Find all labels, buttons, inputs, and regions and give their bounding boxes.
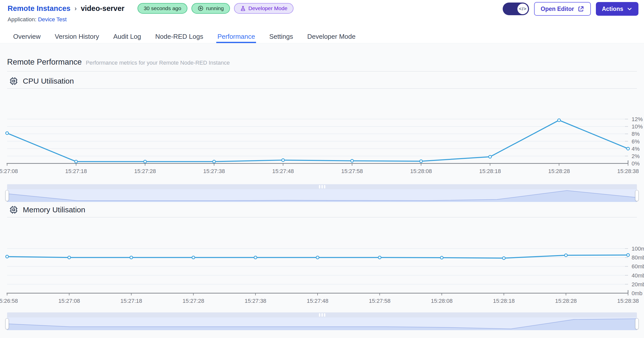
status-badges: 30 seconds ago running Developer Mode (138, 3, 293, 14)
memory-section-title: Memory Utilisation (23, 205, 85, 214)
drag-grip-icon[interactable] (319, 313, 325, 317)
svg-text:15:27:48: 15:27:48 (307, 298, 328, 304)
tab-version-history[interactable]: Version History (55, 30, 99, 43)
svg-text:80mb: 80mb (632, 254, 644, 261)
svg-text:6%: 6% (632, 138, 640, 145)
svg-text:15:27:18: 15:27:18 (121, 298, 142, 304)
svg-text:100mb: 100mb (632, 246, 644, 252)
memory-brush-scroll-strip[interactable] (7, 312, 637, 317)
tab-node-red-logs[interactable]: Node-RED Logs (155, 30, 203, 43)
svg-text:60mb: 60mb (632, 263, 644, 270)
svg-text:15:27:38: 15:27:38 (245, 298, 266, 304)
memory-section-header: Memory Utilisation (9, 204, 85, 215)
svg-text:20mb: 20mb (632, 281, 644, 288)
svg-text:15:27:28: 15:27:28 (134, 168, 156, 174)
application-row: Application: Device Test (8, 16, 67, 23)
cpu-brush-data-shadow (7, 189, 637, 202)
svg-text:0mb: 0mb (632, 290, 642, 296)
svg-text:15:28:08: 15:28:08 (431, 298, 453, 304)
external-link-icon (578, 6, 584, 12)
play-circle-icon (198, 5, 204, 11)
cpu-brush-left-handle[interactable] (5, 190, 9, 201)
svg-text:15:27:08: 15:27:08 (0, 168, 18, 174)
memory-brush-window[interactable] (7, 317, 637, 330)
cpu-chip-icon (9, 77, 18, 86)
svg-text:15:28:08: 15:28:08 (410, 168, 432, 174)
divider (7, 217, 637, 217)
breadcrumb-root-link[interactable]: Remote Instances (8, 4, 70, 13)
cpu-brush-scroll-strip[interactable] (7, 184, 637, 189)
tab-developer-mode[interactable]: Developer Mode (307, 30, 356, 43)
svg-text:15:28:18: 15:28:18 (479, 168, 501, 174)
memory-utilisation-chart: 0mb20mb40mb60mb80mb100mb15:26:5815:27:08… (0, 218, 644, 304)
flask-icon (240, 6, 246, 11)
svg-text:15:28:28: 15:28:28 (555, 298, 577, 304)
svg-text:15:27:28: 15:27:28 (183, 298, 204, 304)
svg-text:15:28:38: 15:28:38 (617, 298, 639, 304)
memory-brush-left-handle[interactable] (5, 318, 9, 329)
svg-text:15:28:38: 15:28:38 (617, 168, 639, 174)
page-title: Remote Performance (7, 58, 82, 67)
breadcrumb-separator: › (74, 5, 77, 12)
chevron-down-icon (627, 6, 632, 12)
code-icon: </> (517, 4, 528, 14)
page-subtitle: Performance metrics for your Remote Node… (86, 60, 230, 66)
developer-mode-badge: Developer Mode (234, 3, 294, 14)
cpu-utilisation-chart: 0%2%4%6%8%10%12%15:27:0815:27:1815:27:28… (0, 89, 644, 175)
cpu-section-header: CPU Utilisation (9, 76, 74, 86)
svg-text:15:28:28: 15:28:28 (548, 168, 570, 174)
memory-brush-data-shadow (7, 317, 637, 330)
tab-audit-log[interactable]: Audit Log (113, 30, 141, 43)
developer-mode-toggle[interactable]: </> (503, 3, 529, 15)
svg-text:4%: 4% (632, 146, 640, 152)
svg-text:15:27:58: 15:27:58 (369, 298, 391, 304)
memory-brush-right-handle[interactable] (635, 318, 639, 329)
header-actions: </> Open Editor Actions (503, 2, 638, 16)
cpu-chip-icon (9, 205, 18, 214)
running-status-badge: running (191, 3, 230, 14)
drag-grip-icon[interactable] (319, 185, 325, 189)
svg-text:10%: 10% (632, 123, 643, 130)
last-seen-badge: 30 seconds ago (138, 3, 187, 14)
application-link[interactable]: Device Test (38, 16, 67, 23)
cpu-chart-zoom-brush (7, 184, 637, 202)
svg-text:15:26:58: 15:26:58 (0, 298, 18, 304)
svg-text:15:27:58: 15:27:58 (341, 168, 363, 174)
svg-text:40mb: 40mb (632, 272, 644, 279)
tab-bar: OverviewVersion HistoryAudit LogNode-RED… (0, 30, 644, 43)
running-status-text: running (206, 5, 224, 11)
svg-text:15:27:18: 15:27:18 (65, 168, 87, 174)
cpu-section-title: CPU Utilisation (23, 77, 74, 85)
cpu-brush-right-handle[interactable] (635, 190, 639, 201)
svg-text:15:27:08: 15:27:08 (58, 298, 80, 304)
svg-text:0%: 0% (632, 160, 640, 167)
tab-overview[interactable]: Overview (13, 30, 41, 43)
svg-text:8%: 8% (632, 131, 640, 137)
page-header: Remote Instances › video-server 30 secon… (8, 3, 294, 14)
developer-mode-text: Developer Mode (248, 5, 287, 11)
open-editor-button[interactable]: Open Editor (534, 2, 591, 16)
breadcrumb: Remote Instances › video-server (8, 4, 124, 13)
application-label: Application: (8, 16, 36, 23)
memory-chart-zoom-brush (7, 312, 637, 330)
cpu-brush-window[interactable] (7, 189, 637, 202)
svg-text:2%: 2% (632, 153, 640, 159)
tab-settings[interactable]: Settings (269, 30, 293, 43)
divider (7, 71, 637, 71)
svg-text:15:27:48: 15:27:48 (272, 168, 294, 174)
actions-label: Actions (602, 6, 623, 12)
svg-text:12%: 12% (632, 116, 643, 122)
last-seen-text: 30 seconds ago (144, 5, 181, 11)
svg-text:15:28:18: 15:28:18 (493, 298, 515, 304)
actions-button[interactable]: Actions (596, 2, 638, 16)
tab-performance[interactable]: Performance (217, 30, 255, 43)
svg-text:15:27:38: 15:27:38 (203, 168, 225, 174)
breadcrumb-current: video-server (81, 4, 125, 13)
open-editor-label: Open Editor (541, 6, 574, 12)
divider (7, 88, 637, 89)
